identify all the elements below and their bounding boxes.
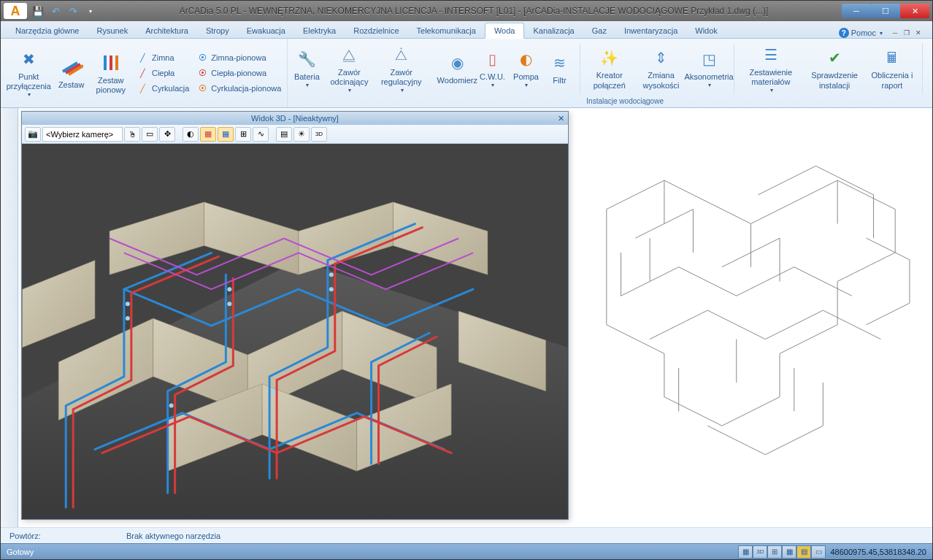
tab-ewakuacja[interactable]: Ewakuacja — [238, 23, 294, 38]
kreator-polaczen-button[interactable]: ✨Kreator połączeń — [585, 45, 634, 91]
ciepla-button[interactable]: ╱Ciepła — [134, 66, 192, 80]
svg-point-25 — [329, 272, 334, 277]
sb-layers-button[interactable]: ▤ — [796, 545, 811, 559]
tab-architektura[interactable]: Architektura — [137, 23, 197, 38]
sb-view-2-button[interactable]: ⊞ — [767, 545, 782, 559]
svg-point-27 — [169, 404, 174, 408]
valve-cut-icon: ⧋ — [337, 43, 361, 66]
zestawienie-materialow-button[interactable]: ☰Zestawienie materiałów▾ — [739, 42, 802, 96]
bateria-button[interactable]: 🔧Bateria▾ — [291, 46, 323, 91]
tab-telekomunikacja[interactable]: Telekomunikacja — [408, 23, 485, 38]
svg-point-28 — [271, 389, 275, 394]
cyrkulacja-pionowa-button[interactable]: ⦿Cyrkulacja-pionowa — [193, 81, 284, 96]
cold-pipe-icon: ╱ — [137, 52, 149, 64]
filter-icon: ≋ — [548, 51, 571, 74]
wireframe-button[interactable]: ⊞ — [235, 127, 251, 142]
maximize-button[interactable]: ☐ — [871, 4, 900, 18]
sb-view-3d-button[interactable]: 3D — [753, 545, 767, 559]
filtr-button[interactable]: ≋Filtr — [543, 50, 575, 87]
ciepla-pionowa-button[interactable]: ⦿Ciepła-pionowa — [193, 66, 284, 80]
sprawdzenie-instalacji-button[interactable]: ✔Sprawdzenie instalacji — [804, 45, 864, 91]
undo-icon[interactable]: ↶ — [47, 4, 64, 18]
qat-dropdown-icon[interactable]: ▾ — [82, 4, 99, 18]
svg-point-24 — [227, 302, 231, 306]
zimna-pionowa-button[interactable]: ⦿Zimna-pionowa — [193, 50, 284, 65]
svg-point-23 — [227, 287, 231, 291]
view3d-close-button[interactable]: ✕ — [555, 113, 567, 123]
opcje-button[interactable]: 📄Opcje — [927, 50, 933, 87]
export-3d-button[interactable]: 3D — [311, 127, 327, 142]
help-icon: ? — [839, 28, 849, 38]
redo-icon[interactable]: ↷ — [65, 4, 81, 18]
svg-point-21 — [126, 302, 130, 306]
pompa-button[interactable]: ◐Pompa▾ — [510, 46, 542, 91]
quick-access-toolbar: 💾 ↶ ↷ ▾ — [30, 4, 99, 18]
doc-restore-button[interactable]: ❐ — [902, 28, 912, 38]
cyrkulacja-button[interactable]: ╱Cyrkulacja — [134, 81, 192, 96]
zmiana-wysokosci-button[interactable]: ⇕Zmiana wysokości — [635, 45, 687, 91]
orbit-button[interactable]: 🖱 — [124, 127, 140, 142]
zawor-regulacyjny-button[interactable]: ⧊Zawór regulacyjny▾ — [375, 42, 427, 96]
minimize-button[interactable]: ─ — [842, 4, 871, 18]
tab-elektryka[interactable]: Elektryka — [294, 23, 345, 38]
isometric-drawing — [574, 123, 928, 498]
aksonometria-button[interactable]: ◳Aksonometria▾ — [688, 46, 729, 91]
camera-select-input[interactable] — [42, 127, 123, 142]
select-mode-button[interactable]: ▭ — [142, 127, 158, 142]
prompt-value: Brak aktywnego narzędzia — [126, 532, 220, 540]
app-window: A 💾 ↶ ↷ ▾ ArCADia 5.0 PL - WEWNĘTRZNA, N… — [0, 0, 933, 560]
sb-props-button[interactable]: ▭ — [811, 545, 826, 559]
ribbon: ✖ Punkt przyłączenia▾ Zestaw Zestaw pion… — [1, 39, 932, 108]
help-label: Pomoc — [851, 28, 876, 37]
view-option-1-button[interactable]: ▤ — [276, 127, 292, 142]
svg-rect-3 — [104, 55, 107, 70]
tab-rozdzielnice[interactable]: Rozdzielnice — [345, 23, 407, 38]
doc-minimize-button[interactable]: ─ — [890, 28, 900, 38]
render-mode-2-button[interactable]: ▦ — [200, 127, 216, 142]
tab-widok[interactable]: Widok — [686, 23, 726, 38]
svg-point-26 — [329, 287, 334, 291]
help-button[interactable]: ? Pomoc ▾ — [839, 28, 883, 38]
zimna-button[interactable]: ╱Zimna — [134, 50, 192, 65]
calc-report-icon: 🖩 — [880, 46, 904, 69]
tab-woda[interactable]: Woda — [485, 23, 525, 39]
tab-rysunek[interactable]: Rysunek — [88, 23, 137, 38]
punkt-przylaczenia-button[interactable]: ✖ Punkt przyłączenia▾ — [4, 46, 54, 100]
tab-gaz[interactable]: Gaz — [583, 23, 615, 38]
tab-kanalizacja[interactable]: Kanalizacja — [524, 23, 583, 38]
hot-pipe-icon: ╱ — [137, 67, 149, 79]
pan-mode-button[interactable]: ✥ — [159, 127, 175, 142]
faucet-icon: 🔧 — [295, 47, 318, 71]
close-button[interactable]: ✕ — [900, 4, 929, 18]
save-icon[interactable]: 💾 — [30, 4, 46, 18]
tab-narzedzia[interactable]: Narzędzia główne — [7, 23, 88, 38]
status-coords: 48600975.45,53818348.20 — [830, 548, 926, 556]
status-ready: Gotowy — [7, 548, 738, 556]
zestaw-pionowy-button[interactable]: Zestaw pionowy — [89, 50, 133, 96]
camera-settings-button[interactable]: 📷 — [25, 127, 41, 142]
obliczenia-button[interactable]: 🖩Obliczenia i raport — [867, 45, 918, 91]
water-meter-icon: ◉ — [445, 51, 469, 74]
workspace[interactable]: Widok 3D - [Nieaktywny] ✕ 📷 🖱 ▭ ✥ ◐ ▦ ▦ … — [1, 108, 932, 527]
view3d-titlebar[interactable]: Widok 3D - [Nieaktywny] ✕ — [22, 112, 568, 125]
curve-button[interactable]: ∿ — [253, 127, 269, 142]
zawor-odcinajacy-button[interactable]: ⧋Zawór odcinający▾ — [324, 42, 374, 96]
wodomierz-button[interactable]: ◉Wodomierz — [439, 50, 475, 87]
circ-pipe-icon: ╱ — [137, 83, 149, 94]
titlebar: A 💾 ↶ ↷ ▾ ArCADia 5.0 PL - WEWNĘTRZNA, N… — [1, 1, 932, 21]
hot-pipe-v-icon: ⦿ — [196, 67, 208, 79]
sb-view-1-button[interactable]: ▦ — [738, 545, 753, 559]
zestaw-button[interactable]: Zestaw — [55, 54, 88, 91]
tab-inwentaryzacja[interactable]: Inwentaryzacja — [615, 23, 686, 38]
doc-close-button[interactable]: ✕ — [913, 28, 924, 38]
tab-stropy[interactable]: Stropy — [197, 23, 238, 38]
render-mode-1-button[interactable]: ◐ — [183, 127, 199, 142]
app-menu-button[interactable]: A — [4, 3, 27, 19]
ribbon-group-title: Instalacje wodociągowe — [291, 96, 933, 106]
render-mode-3-button[interactable]: ▦ — [218, 127, 234, 142]
cwu-button[interactable]: ▯C.W.U.▾ — [476, 46, 508, 91]
view-option-2-button[interactable]: ☀ — [293, 127, 310, 142]
view3d-toolbar: 📷 🖱 ▭ ✥ ◐ ▦ ▦ ⊞ ∿ ▤ ☀ 3D — [22, 125, 568, 144]
sb-grid-button[interactable]: ▦ — [782, 545, 796, 559]
view3d-canvas[interactable] — [22, 144, 568, 519]
